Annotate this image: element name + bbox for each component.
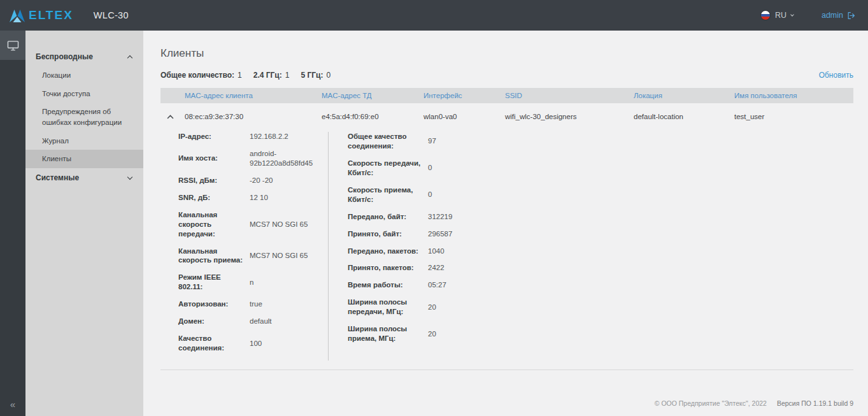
language-label: RU bbox=[775, 11, 786, 20]
version-info: Версия ПО 1.19.1 build 9 bbox=[777, 399, 853, 407]
summary-counters: Общее количество:12.4 ГГц:15 ГГц:0 bbox=[160, 71, 331, 80]
detail-row: Канальная скорость передачи:MCS7 NO SGI … bbox=[178, 210, 328, 239]
detail-label: Время работы: bbox=[348, 280, 423, 290]
table-header-row: MAC-адрес клиентаMAC-адрес ТДИнтерфейсSS… bbox=[160, 88, 853, 103]
page-title: Клиенты bbox=[160, 47, 853, 60]
column-header[interactable]: MAC-адрес клиента bbox=[185, 92, 322, 99]
monitoring-button[interactable] bbox=[0, 31, 25, 60]
summary-row: Общее количество:12.4 ГГц:15 ГГц:0 Обнов… bbox=[160, 71, 853, 80]
detail-value: n bbox=[250, 278, 253, 287]
detail-row: Время работы:05:27 bbox=[348, 280, 538, 290]
copyright: © ООО Предприятие "Элтекс", 2022 bbox=[655, 399, 767, 407]
detail-value: -20 -20 bbox=[250, 176, 273, 185]
username: admin bbox=[822, 11, 843, 20]
sidebar-item[interactable]: Журнал bbox=[25, 132, 143, 150]
product-name: WLC-30 bbox=[94, 10, 129, 20]
footer: © ООО Предприятие "Элтекс", 2022 Версия … bbox=[655, 399, 853, 407]
detail-row: SNR, дБ:12 10 bbox=[178, 193, 328, 203]
details-col-right: Общее качество соединения:97Скорость пер… bbox=[328, 132, 538, 361]
detail-value: 100 bbox=[250, 339, 262, 348]
detail-value: 2422 bbox=[428, 263, 445, 273]
sidebar-item[interactable]: Предупреждения об ошибках конфигурации bbox=[25, 103, 143, 131]
language-selector[interactable]: RU bbox=[760, 10, 793, 20]
detail-label: Канальная скорость передачи: bbox=[178, 210, 246, 239]
summary-value: 0 bbox=[326, 71, 331, 80]
detail-value: 97 bbox=[428, 136, 436, 146]
logout-icon[interactable] bbox=[847, 11, 855, 20]
chevron-up-icon bbox=[167, 115, 174, 119]
sidebar-item[interactable]: Точки доступа bbox=[25, 85, 143, 103]
client-cell: test_user bbox=[734, 113, 853, 120]
column-header[interactable]: Локация bbox=[634, 92, 734, 99]
detail-label: Режим IEEE 802.11: bbox=[178, 273, 246, 292]
summary-value: 1 bbox=[238, 71, 242, 80]
detail-value: 12 10 bbox=[250, 193, 268, 203]
detail-value: 192.168.2.2 bbox=[250, 132, 288, 141]
monitor-icon bbox=[7, 40, 19, 51]
details-col-left: IP-адрес:192.168.2.2Имя хоста:android-92… bbox=[160, 132, 328, 361]
sidebar-item[interactable]: Локации bbox=[25, 66, 143, 85]
column-header[interactable]: SSID bbox=[505, 92, 634, 99]
detail-label: Принято, пакетов: bbox=[348, 263, 423, 273]
detail-value: MCS7 NO SGI 65 bbox=[250, 251, 308, 261]
eltex-logo: ELTEX bbox=[9, 8, 73, 22]
detail-row: Принято, байт:296587 bbox=[348, 229, 538, 239]
detail-label: Принято, байт: bbox=[348, 229, 423, 239]
detail-value: true bbox=[250, 299, 262, 309]
logo-text: ELTEX bbox=[29, 8, 73, 22]
detail-row: IP-адрес:192.168.2.2 bbox=[178, 132, 328, 141]
detail-label: Передано, байт: bbox=[348, 212, 423, 222]
summary-label: 5 ГГц: bbox=[301, 71, 323, 80]
detail-row: Ширина полосы приема, МГц:20 bbox=[348, 324, 538, 343]
detail-label: Домен: bbox=[178, 317, 246, 326]
main-content: Клиенты Общее количество:12.4 ГГц:15 ГГц… bbox=[143, 31, 868, 416]
detail-label: Общее качество соединения: bbox=[348, 132, 423, 151]
client-details: IP-адрес:192.168.2.2Имя хоста:android-92… bbox=[160, 128, 853, 370]
detail-label: Канальная скорость приема: bbox=[178, 247, 246, 266]
detail-value: 0 bbox=[428, 190, 432, 199]
detail-row: Передано, байт:312219 bbox=[348, 212, 538, 222]
summary-label: Общее количество: bbox=[160, 71, 234, 80]
user-menu[interactable]: admin bbox=[822, 11, 855, 20]
sidebar-menu: БеспроводныеЛокацииТочки доступаПредупре… bbox=[25, 31, 143, 416]
detail-value: android-92b1220a8d58fd45 bbox=[250, 149, 328, 168]
detail-row: Домен:default bbox=[178, 317, 328, 326]
client-cell: wlan0-va0 bbox=[423, 113, 505, 120]
top-header: ELTEX WLC-30 RU admin bbox=[0, 0, 868, 31]
collapse-row-button[interactable] bbox=[160, 115, 185, 119]
detail-value: default bbox=[250, 317, 272, 326]
summary-item: 5 ГГц:0 bbox=[301, 71, 331, 80]
sidebar-group-header[interactable]: Беспроводные bbox=[25, 47, 143, 66]
detail-value: 312219 bbox=[428, 212, 452, 222]
detail-label: RSSI, дБм: bbox=[178, 176, 246, 185]
sidebar-group-header[interactable]: Системные bbox=[25, 168, 143, 187]
summary-item: 2.4 ГГц:1 bbox=[253, 71, 290, 80]
column-header[interactable]: Имя пользователя bbox=[734, 92, 853, 99]
detail-label: Передано, пакетов: bbox=[348, 247, 423, 256]
detail-row: RSSI, дБм:-20 -20 bbox=[178, 176, 328, 185]
detail-label: Скорость передачи, Кбит/с: bbox=[348, 159, 423, 178]
sidebar-collapse-button[interactable]: « bbox=[0, 399, 25, 410]
detail-value: 20 bbox=[428, 329, 436, 339]
detail-label: Имя хоста: bbox=[178, 154, 246, 163]
detail-value: 1040 bbox=[428, 247, 445, 256]
detail-row: Режим IEEE 802.11:n bbox=[178, 273, 328, 292]
refresh-button[interactable]: Обновить bbox=[819, 71, 853, 80]
detail-row: Общее качество соединения:97 bbox=[348, 132, 538, 151]
detail-row: Передано, пакетов:1040 bbox=[348, 247, 538, 256]
detail-label: SNR, дБ: bbox=[178, 193, 246, 203]
client-cell: default-location bbox=[634, 113, 734, 120]
detail-row: Скорость приема, Кбит/с:0 bbox=[348, 185, 538, 204]
detail-value: 296587 bbox=[428, 229, 452, 239]
sidebar-item[interactable]: Клиенты bbox=[25, 150, 143, 168]
detail-row: Качество соединения:100 bbox=[178, 334, 328, 353]
client-cell: e4:5a:d4:f0:69:e0 bbox=[322, 113, 423, 120]
detail-label: Авторизован: bbox=[178, 299, 246, 309]
russian-flag-icon bbox=[760, 10, 771, 20]
column-header[interactable]: MAC-адрес ТД bbox=[322, 92, 423, 99]
eltex-logo-icon bbox=[9, 9, 25, 22]
summary-item: Общее количество:1 bbox=[160, 71, 242, 80]
summary-value: 1 bbox=[285, 71, 290, 80]
detail-value: 20 bbox=[428, 303, 436, 312]
column-header[interactable]: Интерфейс bbox=[423, 92, 505, 99]
